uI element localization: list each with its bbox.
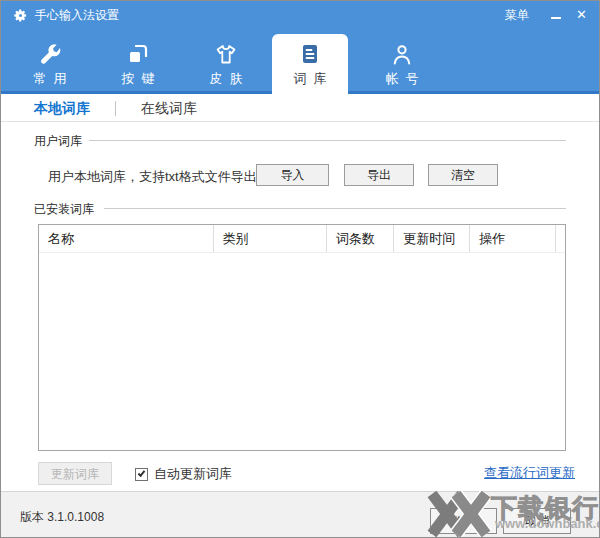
subtab-online-dictionary[interactable]: 在线词库 xyxy=(141,100,197,118)
close-icon[interactable]: ✕ xyxy=(576,9,587,21)
section-divider xyxy=(104,208,566,209)
auto-update-label: 自动更新词库 xyxy=(154,465,232,483)
tab-label: 帐号 xyxy=(386,70,426,88)
main-tabbar: 常用 按键 皮肤 词库 帐号 xyxy=(1,29,599,94)
section-divider xyxy=(89,140,566,141)
column-header-operation: 操作 xyxy=(470,225,556,252)
tab-label: 词库 xyxy=(294,70,334,88)
installed-dictionaries-table: 名称 类别 词条数 更新时间 操作 xyxy=(38,224,566,451)
user-icon xyxy=(390,42,414,66)
subtab-local-dictionary[interactable]: 本地词库 xyxy=(34,100,90,118)
column-header-update-time: 更新时间 xyxy=(394,225,470,252)
settings-window: 手心输入法设置 菜单 ✕ 常用 按键 皮肤 xyxy=(0,0,600,538)
table-header-row: 名称 类别 词条数 更新时间 操作 xyxy=(39,225,565,253)
footer-bar: 版本 3.1.0.1008 确定 取消 xyxy=(1,491,599,538)
gear-icon xyxy=(13,8,28,23)
tab-skin[interactable]: 皮肤 xyxy=(182,29,270,94)
wrench-icon xyxy=(38,42,62,66)
auto-update-checkbox-group[interactable]: 自动更新词库 xyxy=(135,465,232,483)
update-dictionary-button[interactable]: 更新词库 xyxy=(38,462,112,485)
installed-dict-section-title: 已安装词库 xyxy=(34,201,94,218)
user-dict-description: 用户本地词库，支持txt格式文件导出 xyxy=(48,168,257,186)
titlebar: 手心输入法设置 菜单 ✕ xyxy=(1,1,599,29)
tab-account[interactable]: 帐号 xyxy=(358,29,446,94)
tab-dictionary[interactable]: 词库 xyxy=(272,34,348,97)
popular-words-update-link[interactable]: 查看流行词更新 xyxy=(484,464,575,482)
window-title: 手心输入法设置 xyxy=(35,7,119,24)
column-header-category: 类别 xyxy=(214,225,327,252)
cancel-button[interactable]: 取消 xyxy=(503,508,571,534)
tshirt-icon xyxy=(214,42,238,66)
subtab-divider xyxy=(115,101,116,116)
local-dictionary-panel: 用户词库 用户本地词库，支持txt格式文件导出 导入 导出 清空 已安装词库 名… xyxy=(1,122,599,491)
checkbox-checked-icon[interactable] xyxy=(135,468,148,481)
tab-label: 按键 xyxy=(122,70,162,88)
minimize-icon[interactable] xyxy=(551,9,562,21)
column-header-name: 名称 xyxy=(39,225,214,252)
clear-button[interactable]: 清空 xyxy=(428,164,498,186)
dictionary-icon xyxy=(298,42,322,66)
version-text: 版本 3.1.0.1008 xyxy=(20,509,104,526)
sub-tabbar: 本地词库 在线词库 xyxy=(1,94,599,122)
import-button[interactable]: 导入 xyxy=(256,164,329,186)
user-dict-section-title: 用户词库 xyxy=(34,133,82,150)
tab-common[interactable]: 常用 xyxy=(6,29,94,94)
check-mark-icon xyxy=(138,469,146,477)
tab-label: 皮肤 xyxy=(210,70,250,88)
column-header-entry-count: 词条数 xyxy=(327,225,394,252)
table-body-empty xyxy=(39,253,565,451)
tab-label: 常用 xyxy=(34,70,74,88)
export-button[interactable]: 导出 xyxy=(344,164,414,186)
ok-button[interactable]: 确定 xyxy=(430,508,497,534)
menu-button[interactable]: 菜单 xyxy=(505,7,529,24)
column-header-spacer xyxy=(556,225,565,252)
tab-keys[interactable]: 按键 xyxy=(94,29,182,94)
keycap-icon xyxy=(126,42,150,66)
